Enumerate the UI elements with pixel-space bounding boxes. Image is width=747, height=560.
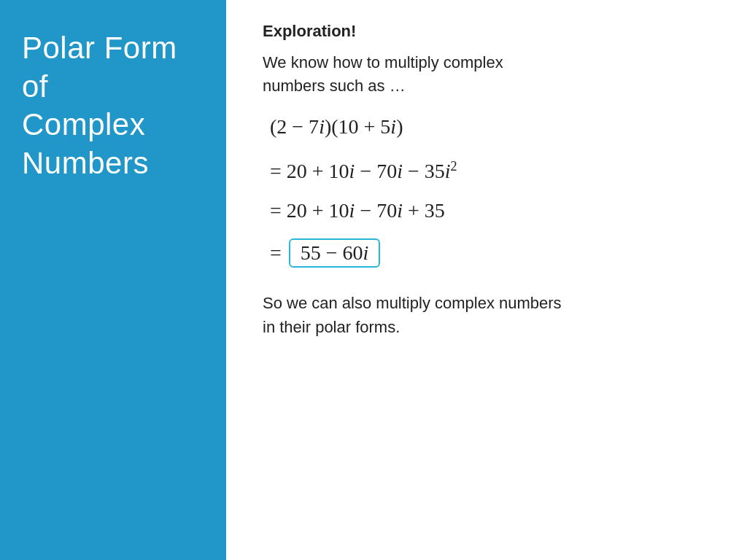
sidebar: Polar Form of Complex Numbers <box>0 0 226 560</box>
equation-4: = 55 − 60i <box>263 238 711 268</box>
sidebar-title-line1: Polar Form of <box>22 31 177 104</box>
closing-text-line1: So we can also multiply complex numbers <box>263 294 562 312</box>
sidebar-title: Polar Form of Complex Numbers <box>22 29 204 182</box>
intro-text: We know how to multiply complex numbers … <box>263 51 711 98</box>
closing-text-line2: in their polar forms. <box>263 318 400 336</box>
main-content: Exploration! We know how to multiply com… <box>226 0 747 560</box>
sidebar-title-line3: Numbers <box>22 146 149 180</box>
exploration-label: Exploration! <box>263 22 711 41</box>
intro-text-line2: numbers such as … <box>263 77 406 95</box>
equation-2: = 20 + 10i − 70i − 35i2 <box>263 159 711 183</box>
sidebar-title-line2: Complex <box>22 107 145 141</box>
closing-text: So we can also multiply complex numbers … <box>263 291 711 339</box>
highlighted-result: 55 − 60i <box>289 238 381 268</box>
intro-text-line1: We know how to multiply complex <box>263 53 503 71</box>
equation-3: = 20 + 10i − 70i + 35 <box>263 199 711 222</box>
equation-1: (2 − 7i)(10 + 5i) <box>263 115 711 139</box>
equals-char: = <box>270 241 282 265</box>
